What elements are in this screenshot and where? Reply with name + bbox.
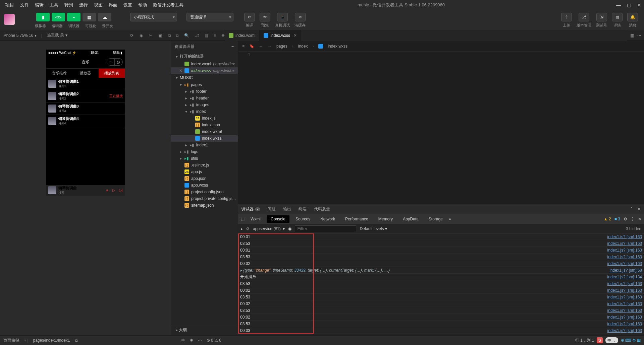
console-filter-input[interactable] (295, 225, 356, 232)
console-log-row[interactable]: 00:02index1.js? [sm]:163 (238, 260, 644, 267)
tree-utils[interactable]: ▸▸▮utils (171, 155, 238, 162)
log-source-link[interactable]: index1.js? [sm]:163 (607, 248, 642, 253)
capsule-close-icon[interactable]: ◎ (115, 58, 123, 66)
console-log-row[interactable]: 00:02index1.js? [sm]:163 (238, 287, 644, 294)
bookmark-icon[interactable]: 🔖 (249, 44, 254, 49)
editor-tab-index.wxml[interactable]: index.wxml (225, 30, 260, 41)
tree-logs[interactable]: ▸▸▮logs (171, 148, 238, 155)
log-source-link[interactable]: index1.js? [sm]:68 (609, 268, 642, 273)
devtools-close-icon[interactable]: ✕ (638, 217, 641, 221)
log-source-link[interactable]: index1.js? [sm]:163 (607, 234, 642, 239)
devtools-tab-AppData[interactable]: AppData (399, 215, 423, 223)
tree-app.wxss[interactable]: app.wxss (171, 182, 238, 189)
panel-close-icon[interactable]: ✕ (637, 207, 641, 211)
console-log-row[interactable]: 00:03index1.js? [sm]:163 (238, 327, 644, 334)
warning-count[interactable]: ▲ 2 (604, 217, 611, 221)
menu-文件[interactable]: 文件 (17, 1, 32, 9)
mode-dropdown[interactable]: 小程序模式 (130, 13, 177, 21)
devtools-tab-Console[interactable]: Console (267, 215, 289, 223)
device-selector[interactable]: iPhone 5 75% 16 ▾ (3, 33, 37, 38)
ime-mode[interactable]: 中， (605, 337, 618, 343)
devtools-tab-Storage[interactable]: Storage (425, 215, 447, 223)
list-item[interactable]: 钢琴协调曲2肖邦2正在播放 (46, 90, 125, 102)
tree-images[interactable]: ▸▸▮images (171, 101, 238, 108)
visual-button[interactable]: ▦ (83, 13, 96, 21)
console-log-row[interactable]: 00:01index1.js? [sm]:163 (238, 247, 644, 254)
refresh-icon[interactable]: ⟳ (130, 33, 133, 38)
menu-界面[interactable]: 界面 (106, 1, 120, 9)
tree-index.wxss[interactable]: index.wxss (171, 135, 238, 142)
devtools-tab-Performance[interactable]: Performance (341, 215, 372, 223)
tree-sitemap.json[interactable]: { }sitemap.json (171, 202, 238, 209)
tool-清缓存[interactable]: ≋ (295, 13, 306, 21)
branch-icon[interactable]: ⎇ (195, 33, 199, 38)
dbg-tab-终端[interactable]: 终端 (299, 206, 307, 212)
console-log-row[interactable]: 00:01index1.js? [sm]:163 (238, 233, 644, 240)
devtools-tab-Sources[interactable]: Sources (291, 215, 314, 223)
log-source-link[interactable]: index1.js? [sm]:163 (607, 281, 642, 286)
log-level-dropdown[interactable]: Default levels ▾ (360, 226, 387, 231)
inspect-icon[interactable]: ⬚ (241, 217, 245, 221)
avatar[interactable] (4, 14, 15, 25)
console-log-row[interactable]: 00:02index1.js? [sm]:163 (238, 300, 644, 307)
console-log-row[interactable]: 03:53index1.js? [sm]:163 (238, 307, 644, 314)
devtools-more-icon[interactable]: ⋮ (631, 217, 635, 221)
ime-indicator[interactable]: S (597, 337, 603, 343)
copy-icon[interactable]: ⧉ (75, 338, 78, 343)
eye-icon[interactable]: 👁 (181, 338, 185, 343)
menu-选择[interactable]: 选择 (76, 1, 91, 9)
search-icon[interactable]: 🔍 (184, 33, 189, 38)
tool-真机调试[interactable]: 📱 (277, 13, 288, 21)
tool-版本管理[interactable]: ⎇ (579, 13, 589, 21)
tool-详情[interactable]: ▤ (612, 13, 623, 21)
devtools-overflow-icon[interactable]: » (449, 217, 451, 221)
console-log-row[interactable]: 开始播放index1.js? [sm]:134 (238, 274, 644, 280)
tree-index.js[interactable]: JSindex.js (171, 115, 238, 122)
next-icon[interactable]: ▷| (119, 188, 123, 193)
more-status-icon[interactable]: ⋯ (198, 338, 202, 343)
split-icon[interactable]: ▥ (627, 33, 637, 38)
log-source-link[interactable]: index1.js? [sm]:163 (607, 288, 642, 293)
tree-project.private.config.js...[interactable]: { }project.private.config.js... (171, 195, 238, 202)
tree-header[interactable]: ▸▸▮header (171, 95, 238, 101)
editor-tab-index.wxss[interactable]: index.wxss✕ (260, 30, 301, 41)
console-context[interactable]: appservice (#1) ▾ (253, 226, 285, 231)
record-icon[interactable]: ◉ (140, 33, 143, 38)
devtools-tab-Network[interactable]: Network (316, 215, 339, 223)
menu-转到[interactable]: 转到 (62, 1, 76, 9)
cursor-position[interactable]: 行 1，列 1 (575, 338, 594, 343)
problems-status[interactable]: ⊘ 0 ⚠ 0 (207, 338, 221, 343)
page-path[interactable]: pages/index1/index1 (33, 338, 70, 343)
tree-app.json[interactable]: { }app.json (171, 175, 238, 182)
bug-icon[interactable]: ✺ (221, 33, 225, 38)
phone-tab-2[interactable]: 播放列表 (99, 69, 125, 78)
playlist-icon[interactable]: ≡ (106, 188, 108, 193)
log-source-link[interactable]: index1.js? [sm]:163 (607, 308, 642, 313)
list-item[interactable]: 钢琴协调曲4肖邦4 (46, 115, 125, 127)
log-source-link[interactable]: index1.js? [sm]:163 (607, 301, 642, 306)
simulator-button[interactable]: ▮ (36, 13, 50, 21)
dbg-tab-问题[interactable]: 问题 (268, 206, 276, 212)
clear-console-icon[interactable]: ⊘ (246, 226, 250, 231)
menu-项目[interactable]: 项目 (3, 1, 17, 9)
log-source-link[interactable]: index1.js? [sm]:163 (607, 241, 642, 246)
files-icon[interactable]: ⧉ (176, 33, 179, 38)
menu-帮助[interactable]: 帮助 (136, 1, 150, 9)
db-icon[interactable]: ≡ (214, 33, 216, 38)
log-source-link[interactable]: index1.js? [sm]:134 (607, 275, 642, 279)
console-sidebar-icon[interactable]: ▸ (241, 226, 243, 231)
project-section[interactable]: MUSIC (171, 74, 238, 81)
phone-tab-0[interactable]: 音乐推荐 (46, 69, 72, 78)
tree-project.config.json[interactable]: { }project.config.json (171, 189, 238, 195)
console-log-row[interactable]: 03:53index1.js? [sm]:163 (238, 240, 644, 247)
tool-编译[interactable]: ⟳ (244, 13, 255, 21)
devtools-settings-icon[interactable]: ⚙ (624, 217, 627, 221)
play-icon[interactable]: ▷ (112, 188, 115, 193)
window-icon[interactable]: ▣ (158, 33, 162, 38)
explorer-more-icon[interactable]: ⋯ (230, 44, 234, 49)
tree-index1[interactable]: ▸▸▮index1 (171, 142, 238, 148)
nav-back-icon[interactable]: ← (259, 44, 263, 49)
console-log-row[interactable]: 03:53index1.js? [sm]:163 (238, 254, 644, 260)
tool-消息[interactable]: 🔔 (627, 13, 638, 21)
debugger-button[interactable]: ⌁ (67, 13, 80, 21)
